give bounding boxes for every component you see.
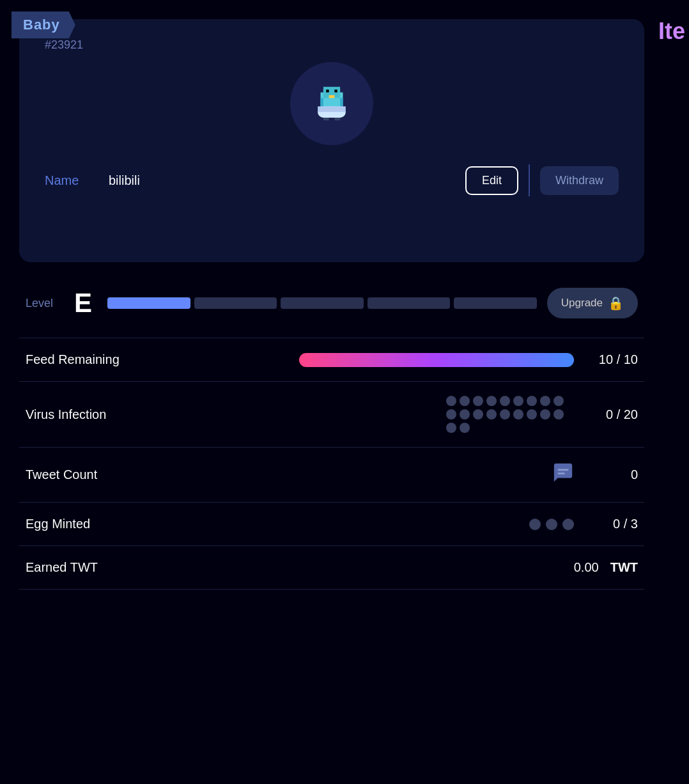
- virus-dot-10: [446, 409, 456, 419]
- avatar-image: [309, 81, 354, 126]
- name-value: bilibili: [109, 173, 465, 188]
- items-tab-label: Ite: [658, 18, 685, 44]
- egg-dot-3: [562, 519, 574, 530]
- withdraw-button[interactable]: Withdraw: [540, 166, 619, 195]
- progress-segment-4: [368, 297, 451, 309]
- svg-rect-7: [321, 98, 323, 106]
- stat-row-feed: Feed Remaining 10 / 10: [19, 338, 644, 381]
- stat-row-virus: Virus Infection: [19, 381, 644, 447]
- virus-dot-6: [513, 396, 523, 406]
- lock-icon: 🔒: [608, 295, 624, 311]
- svg-rect-11: [334, 118, 340, 120]
- egg-dots: [529, 519, 574, 530]
- items-tab[interactable]: Ite: [654, 12, 689, 51]
- baby-tab-label: Baby: [23, 17, 60, 33]
- progress-segment-3: [281, 297, 364, 309]
- egg-dots-visual: [529, 519, 574, 530]
- stat-row-earned: Earned TWT 0.00 TWT: [19, 545, 644, 590]
- name-row: Name bilibili Edit Withdraw: [38, 164, 625, 196]
- tweet-value: 0: [587, 467, 638, 482]
- svg-rect-10: [323, 118, 329, 120]
- svg-rect-14: [558, 469, 569, 471]
- virus-dot-5: [500, 396, 510, 406]
- svg-rect-15: [558, 473, 565, 474]
- svg-rect-4: [326, 90, 329, 92]
- virus-dot-3: [473, 396, 483, 406]
- card-id: #23921: [45, 38, 83, 52]
- stats-section: Level E Upgrade 🔒 Feed Remaining 10 / 10: [19, 288, 644, 590]
- avatar-circle: [290, 62, 373, 145]
- virus-value: 0 / 20: [587, 407, 638, 422]
- svg-rect-6: [329, 95, 335, 98]
- name-label: Name: [45, 173, 96, 188]
- virus-dot-9: [554, 396, 564, 406]
- chat-icon: [552, 467, 574, 487]
- virus-dots: [446, 396, 574, 433]
- virus-dot-20: [460, 423, 470, 433]
- level-label: Level: [26, 297, 64, 310]
- baby-tab[interactable]: Baby: [12, 12, 75, 38]
- earned-unit: TWT: [610, 560, 638, 575]
- virus-dot-1: [446, 396, 456, 406]
- svg-rect-13: [318, 106, 346, 112]
- progress-segment-2: [194, 297, 277, 309]
- stat-row-egg: Egg Minted 0 / 3: [19, 502, 644, 545]
- egg-dot-1: [529, 519, 541, 530]
- avatar-container: [38, 62, 625, 145]
- virus-dot-4: [486, 396, 497, 406]
- virus-dot-14: [500, 409, 510, 419]
- egg-dot-2: [546, 519, 557, 530]
- virus-label: Virus Infection: [26, 407, 446, 422]
- tweet-label: Tweet Count: [26, 467, 552, 482]
- level-row: Level E Upgrade 🔒: [19, 288, 644, 318]
- virus-dot-18: [554, 409, 564, 419]
- feed-bar-visual: [299, 353, 574, 367]
- virus-dot-11: [460, 409, 470, 419]
- edit-button[interactable]: Edit: [465, 166, 518, 195]
- virus-dot-16: [527, 409, 537, 419]
- virus-dot-7: [527, 396, 537, 406]
- virus-dot-12: [473, 409, 483, 419]
- level-letter: E: [74, 288, 97, 318]
- upgrade-label: Upgrade: [561, 297, 603, 310]
- earned-label: Earned TWT: [26, 560, 300, 575]
- feed-bar: [299, 353, 574, 367]
- feed-label: Feed Remaining: [26, 352, 299, 367]
- svg-rect-5: [334, 90, 337, 92]
- virus-dots-visual: [446, 396, 574, 433]
- virus-dot-15: [513, 409, 523, 419]
- virus-dot-2: [460, 396, 470, 406]
- tweet-icon-visual: [552, 462, 574, 488]
- upgrade-button[interactable]: Upgrade 🔒: [547, 288, 638, 318]
- virus-dot-13: [486, 409, 497, 419]
- earned-value: 0.00: [574, 560, 599, 575]
- page-wrapper: Baby Ite #23921: [0, 0, 689, 784]
- vertical-divider: [529, 164, 530, 196]
- progress-segment-1: [107, 297, 190, 309]
- svg-rect-8: [340, 98, 343, 106]
- virus-dot-19: [446, 423, 456, 433]
- stat-row-tweet: Tweet Count 0: [19, 447, 644, 502]
- virus-dot-17: [540, 409, 550, 419]
- egg-value: 0 / 3: [587, 517, 638, 531]
- egg-label: Egg Minted: [26, 517, 529, 531]
- main-card: #23921: [19, 19, 644, 262]
- feed-value: 10 / 10: [587, 352, 638, 367]
- virus-dot-8: [540, 396, 550, 406]
- level-progress-bar: [107, 297, 537, 309]
- progress-segment-5: [454, 297, 537, 309]
